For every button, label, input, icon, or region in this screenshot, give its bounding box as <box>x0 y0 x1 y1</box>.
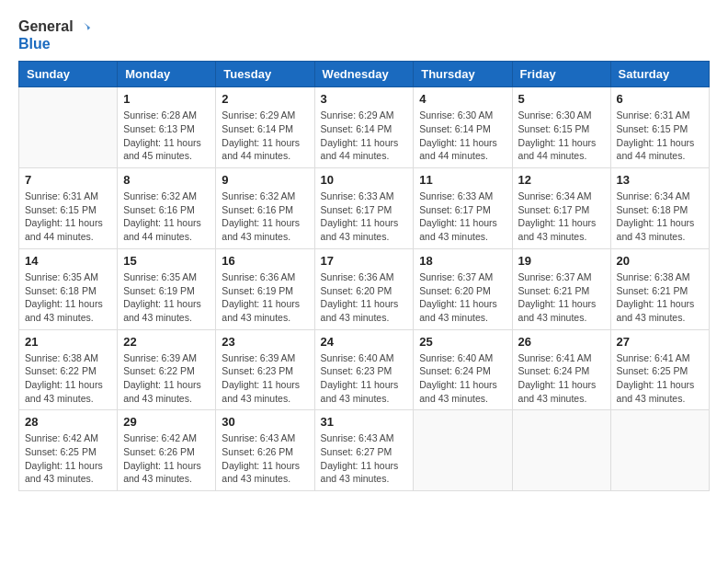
weekday-header-thursday: Thursday <box>414 62 512 87</box>
calendar-cell: 22Sunrise: 6:39 AMSunset: 6:22 PMDayligh… <box>118 329 216 410</box>
calendar-cell <box>19 87 118 168</box>
calendar-cell: 29Sunrise: 6:42 AMSunset: 6:26 PMDayligh… <box>118 410 216 491</box>
calendar-table: SundayMondayTuesdayWednesdayThursdayFrid… <box>18 61 710 491</box>
svg-marker-0 <box>84 22 90 27</box>
day-info: Sunrise: 6:37 AMSunset: 6:20 PMDaylight:… <box>419 270 506 325</box>
day-info: Sunrise: 6:38 AMSunset: 6:21 PMDaylight:… <box>617 270 703 325</box>
calendar-cell: 21Sunrise: 6:38 AMSunset: 6:22 PMDayligh… <box>19 329 118 410</box>
day-number: 23 <box>222 335 308 349</box>
day-number: 6 <box>617 92 703 106</box>
calendar-cell: 1Sunrise: 6:28 AMSunset: 6:13 PMDaylight… <box>118 87 216 168</box>
day-info: Sunrise: 6:29 AMSunset: 6:14 PMDaylight:… <box>222 109 308 163</box>
weekday-header-sunday: Sunday <box>19 62 118 87</box>
day-info: Sunrise: 6:43 AMSunset: 6:27 PMDaylight:… <box>321 431 408 486</box>
day-number: 30 <box>222 415 308 429</box>
weekday-header-friday: Friday <box>512 62 610 87</box>
calendar-cell: 28Sunrise: 6:42 AMSunset: 6:25 PMDayligh… <box>19 410 118 491</box>
calendar-cell: 30Sunrise: 6:43 AMSunset: 6:26 PMDayligh… <box>216 410 314 491</box>
day-number: 25 <box>419 335 506 349</box>
calendar-cell: 31Sunrise: 6:43 AMSunset: 6:27 PMDayligh… <box>314 410 414 491</box>
weekday-header-tuesday: Tuesday <box>216 62 314 87</box>
day-info: Sunrise: 6:34 AMSunset: 6:17 PMDaylight:… <box>518 190 605 244</box>
day-info: Sunrise: 6:30 AMSunset: 6:15 PMDaylight:… <box>518 109 605 163</box>
day-info: Sunrise: 6:36 AMSunset: 6:20 PMDaylight:… <box>321 270 408 325</box>
calendar-cell: 20Sunrise: 6:38 AMSunset: 6:21 PMDayligh… <box>610 248 709 329</box>
calendar-cell <box>512 410 610 491</box>
calendar-cell: 27Sunrise: 6:41 AMSunset: 6:25 PMDayligh… <box>610 329 709 410</box>
day-number: 18 <box>419 254 506 268</box>
page-header: General Blue <box>18 18 710 52</box>
day-number: 14 <box>25 254 111 268</box>
day-info: Sunrise: 6:32 AMSunset: 6:16 PMDaylight:… <box>222 190 308 244</box>
day-info: Sunrise: 6:37 AMSunset: 6:21 PMDaylight:… <box>518 270 605 325</box>
day-number: 20 <box>617 254 703 268</box>
calendar-cell: 18Sunrise: 6:37 AMSunset: 6:20 PMDayligh… <box>414 248 512 329</box>
calendar-cell: 14Sunrise: 6:35 AMSunset: 6:18 PMDayligh… <box>19 248 118 329</box>
day-info: Sunrise: 6:31 AMSunset: 6:15 PMDaylight:… <box>617 109 703 163</box>
logo: General Blue <box>18 18 92 52</box>
day-number: 3 <box>321 92 408 106</box>
calendar-cell: 16Sunrise: 6:36 AMSunset: 6:19 PMDayligh… <box>216 248 314 329</box>
weekday-header-wednesday: Wednesday <box>314 62 414 87</box>
calendar-cell: 23Sunrise: 6:39 AMSunset: 6:23 PMDayligh… <box>216 329 314 410</box>
calendar-cell: 13Sunrise: 6:34 AMSunset: 6:18 PMDayligh… <box>610 168 709 249</box>
calendar-cell: 4Sunrise: 6:30 AMSunset: 6:14 PMDaylight… <box>414 87 512 168</box>
day-info: Sunrise: 6:42 AMSunset: 6:25 PMDaylight:… <box>25 431 111 486</box>
day-info: Sunrise: 6:36 AMSunset: 6:19 PMDaylight:… <box>222 270 308 325</box>
weekday-header-saturday: Saturday <box>610 62 709 87</box>
calendar-cell: 26Sunrise: 6:41 AMSunset: 6:24 PMDayligh… <box>512 329 610 410</box>
day-number: 1 <box>123 92 210 106</box>
day-number: 7 <box>25 173 111 187</box>
week-row-3: 14Sunrise: 6:35 AMSunset: 6:18 PMDayligh… <box>19 248 710 329</box>
day-info: Sunrise: 6:38 AMSunset: 6:22 PMDaylight:… <box>25 351 111 406</box>
day-info: Sunrise: 6:39 AMSunset: 6:23 PMDaylight:… <box>222 351 308 406</box>
logo-bird-icon <box>75 19 92 36</box>
day-info: Sunrise: 6:40 AMSunset: 6:23 PMDaylight:… <box>321 351 408 406</box>
day-info: Sunrise: 6:39 AMSunset: 6:22 PMDaylight:… <box>123 351 210 406</box>
weekday-header-monday: Monday <box>118 62 216 87</box>
day-number: 17 <box>321 254 408 268</box>
day-number: 12 <box>518 173 605 187</box>
day-number: 27 <box>617 335 703 349</box>
week-row-1: 1Sunrise: 6:28 AMSunset: 6:13 PMDaylight… <box>19 87 710 168</box>
day-info: Sunrise: 6:41 AMSunset: 6:24 PMDaylight:… <box>518 351 605 406</box>
day-number: 2 <box>222 92 308 106</box>
day-number: 5 <box>518 92 605 106</box>
calendar-cell: 8Sunrise: 6:32 AMSunset: 6:16 PMDaylight… <box>118 168 216 249</box>
calendar-cell: 6Sunrise: 6:31 AMSunset: 6:15 PMDaylight… <box>610 87 709 168</box>
calendar-cell <box>610 410 709 491</box>
day-number: 31 <box>321 415 408 429</box>
day-info: Sunrise: 6:33 AMSunset: 6:17 PMDaylight:… <box>419 190 506 244</box>
day-number: 4 <box>419 92 506 106</box>
calendar-cell: 10Sunrise: 6:33 AMSunset: 6:17 PMDayligh… <box>314 168 414 249</box>
day-number: 9 <box>222 173 308 187</box>
calendar-cell: 3Sunrise: 6:29 AMSunset: 6:14 PMDaylight… <box>314 87 414 168</box>
day-number: 26 <box>518 335 605 349</box>
calendar-cell: 11Sunrise: 6:33 AMSunset: 6:17 PMDayligh… <box>414 168 512 249</box>
calendar-cell: 17Sunrise: 6:36 AMSunset: 6:20 PMDayligh… <box>314 248 414 329</box>
weekday-header-row: SundayMondayTuesdayWednesdayThursdayFrid… <box>19 62 710 87</box>
day-number: 8 <box>123 173 210 187</box>
day-number: 10 <box>321 173 408 187</box>
calendar-cell: 24Sunrise: 6:40 AMSunset: 6:23 PMDayligh… <box>314 329 414 410</box>
calendar-cell <box>414 410 512 491</box>
day-info: Sunrise: 6:35 AMSunset: 6:18 PMDaylight:… <box>25 270 111 325</box>
day-number: 29 <box>123 415 210 429</box>
logo-text: General Blue <box>18 18 92 52</box>
calendar-cell: 12Sunrise: 6:34 AMSunset: 6:17 PMDayligh… <box>512 168 610 249</box>
day-info: Sunrise: 6:41 AMSunset: 6:25 PMDaylight:… <box>617 351 703 406</box>
day-info: Sunrise: 6:28 AMSunset: 6:13 PMDaylight:… <box>123 109 210 163</box>
day-number: 16 <box>222 254 308 268</box>
day-info: Sunrise: 6:32 AMSunset: 6:16 PMDaylight:… <box>123 190 210 244</box>
day-number: 13 <box>617 173 703 187</box>
calendar-cell: 9Sunrise: 6:32 AMSunset: 6:16 PMDaylight… <box>216 168 314 249</box>
day-info: Sunrise: 6:30 AMSunset: 6:14 PMDaylight:… <box>419 109 506 163</box>
calendar-cell: 19Sunrise: 6:37 AMSunset: 6:21 PMDayligh… <box>512 248 610 329</box>
calendar-cell: 2Sunrise: 6:29 AMSunset: 6:14 PMDaylight… <box>216 87 314 168</box>
day-number: 11 <box>419 173 506 187</box>
week-row-5: 28Sunrise: 6:42 AMSunset: 6:25 PMDayligh… <box>19 410 710 491</box>
day-number: 24 <box>321 335 408 349</box>
day-info: Sunrise: 6:31 AMSunset: 6:15 PMDaylight:… <box>25 190 111 244</box>
day-info: Sunrise: 6:40 AMSunset: 6:24 PMDaylight:… <box>419 351 506 406</box>
day-info: Sunrise: 6:33 AMSunset: 6:17 PMDaylight:… <box>321 190 408 244</box>
